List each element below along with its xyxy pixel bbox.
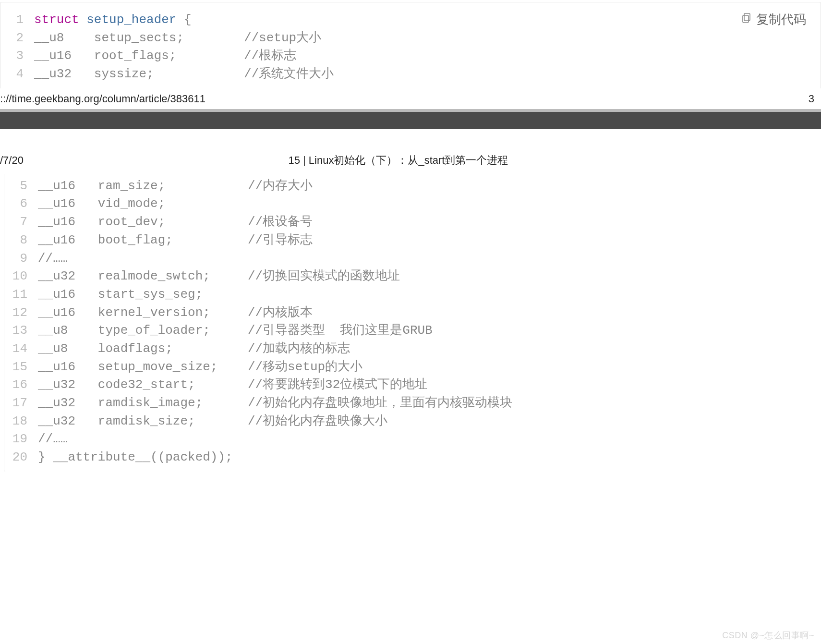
code-block-top: 复制代码 1struct setup_header {2__u8 setup_s… (0, 2, 821, 88)
copy-icon (741, 12, 752, 27)
code-line: 8__u16 boot_flag; //引导标志 (4, 231, 821, 250)
page2-title: 15 | Linux初始化（下）：从_start到第一个进程 (24, 153, 773, 168)
line-number: 3 (0, 47, 34, 65)
code-line: 15__u16 setup_move_size; //移动setup的大小 (4, 358, 821, 377)
line-number: 9 (4, 250, 38, 268)
line-number: 20 (4, 449, 38, 467)
line-number: 15 (4, 358, 38, 377)
source-url: :://time.geekbang.org/column/article/383… (0, 93, 205, 105)
code-line: 6__u16 vid_mode; (4, 195, 821, 213)
line-number: 17 (4, 394, 38, 413)
copy-code-button[interactable]: 复制代码 (741, 11, 806, 28)
page-number-right: 3 (809, 93, 816, 105)
line-number: 19 (4, 430, 38, 449)
line-number: 5 (4, 177, 38, 195)
line-number: 14 (4, 340, 38, 358)
code-line: 17__u32 ramdisk_image; //初始化内存盘映像地址，里面有内… (4, 394, 821, 413)
code-line: 4__u32 syssize; //系统文件大小 (0, 65, 821, 84)
line-number: 12 (4, 304, 38, 322)
line-number: 1 (0, 11, 34, 29)
page2-header: /7/20 15 | Linux初始化（下）：从_start到第一个进程 (0, 149, 821, 174)
page-gap (0, 109, 821, 129)
line-number: 6 (4, 195, 38, 213)
code-line: 9//…… (4, 250, 821, 268)
code-block-bottom: 5__u16 ram_size; //内存大小6__u16 vid_mode; … (4, 174, 821, 472)
line-number: 13 (4, 322, 38, 340)
code-line: 14__u8 loadflags; //加载内核的标志 (4, 340, 821, 358)
code-listing-bottom: 5__u16 ram_size; //内存大小6__u16 vid_mode; … (4, 174, 821, 472)
line-number: 18 (4, 413, 38, 431)
page2-date: /7/20 (0, 154, 24, 167)
code-line: 10__u32 realmode_swtch; //切换回实模式的函数地址 (4, 267, 821, 286)
code-line: 18__u32 ramdisk_size; //初始化内存盘映像大小 (4, 413, 821, 431)
code-line: 7__u16 root_dev; //根设备号 (4, 213, 821, 231)
line-number: 11 (4, 286, 38, 304)
code-line: 11__u16 start_sys_seg; (4, 286, 821, 304)
line-number: 7 (4, 213, 38, 231)
line-number: 10 (4, 267, 38, 286)
code-line: 2__u8 setup_sects; //setup大小 (0, 29, 821, 48)
code-line: 19//…… (4, 430, 821, 449)
svg-rect-1 (743, 15, 749, 23)
page-gap-white (0, 129, 821, 149)
line-number: 2 (0, 29, 34, 48)
code-line: 5__u16 ram_size; //内存大小 (4, 177, 821, 195)
svg-rect-0 (744, 13, 750, 21)
line-number: 16 (4, 376, 38, 394)
code-line: 3__u16 root_flags; //根标志 (0, 47, 821, 65)
line-number: 4 (0, 65, 34, 84)
code-line: 13__u8 type_of_loader; //引导器类型 我们这里是GRUB (4, 322, 821, 340)
page1-footer: :://time.geekbang.org/column/article/383… (0, 88, 821, 109)
code-line: 12__u16 kernel_version; //内核版本 (4, 304, 821, 322)
code-line: 16__u32 code32_start; //将要跳转到32位模式下的地址 (4, 376, 821, 394)
line-number: 8 (4, 231, 38, 250)
copy-code-label: 复制代码 (756, 11, 806, 28)
code-line: 1struct setup_header { (0, 11, 821, 29)
code-line: 20} __attribute__((packed)); (4, 449, 821, 467)
code-listing-top: 1struct setup_header {2__u8 setup_sects;… (0, 2, 821, 88)
